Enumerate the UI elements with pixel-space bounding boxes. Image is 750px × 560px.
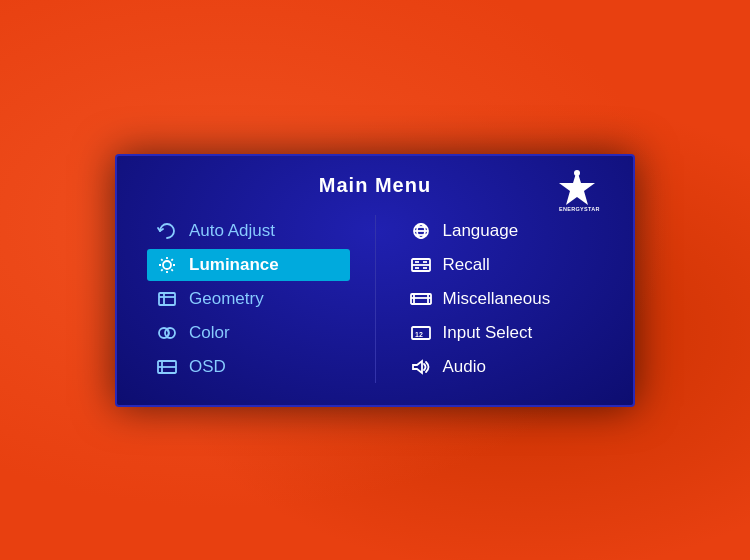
svg-rect-32: [414, 294, 428, 304]
misc-label: Miscellaneous: [443, 289, 551, 309]
menu-item-geometry[interactable]: Geometry: [147, 283, 350, 315]
energystar-badge: ENERGYSTAR: [551, 168, 603, 212]
menu-header: Main Menu ENERGYSTAR: [147, 174, 603, 197]
svg-text:12: 12: [415, 331, 423, 338]
menu-title: Main Menu: [319, 174, 431, 196]
svg-line-9: [171, 269, 172, 270]
energystar-logo: ENERGYSTAR: [551, 168, 603, 212]
menu-item-input-select[interactable]: 12 Input Select: [401, 317, 604, 349]
recall-label: Recall: [443, 255, 490, 275]
input-select-icon: 12: [409, 323, 433, 343]
language-icon: [409, 221, 433, 241]
svg-rect-12: [159, 293, 175, 305]
svg-text:ENERGYSTAR: ENERGYSTAR: [559, 206, 600, 212]
language-label: Language: [443, 221, 519, 241]
menu-item-audio[interactable]: Audio: [401, 351, 604, 383]
svg-line-11: [161, 269, 162, 270]
luminance-icon: [155, 255, 179, 275]
color-label: Color: [189, 323, 230, 343]
menu-columns: Auto Adjust L: [147, 215, 603, 383]
geometry-label: Geometry: [189, 289, 264, 309]
column-divider: [375, 215, 376, 383]
menu-item-recall[interactable]: Recall: [401, 249, 604, 281]
menu-item-luminance[interactable]: Luminance: [147, 249, 350, 281]
svg-point-1: [574, 170, 580, 176]
luminance-label: Luminance: [189, 255, 279, 275]
geometry-icon: [155, 289, 179, 309]
misc-icon: [409, 289, 433, 309]
osd-icon: [155, 357, 179, 377]
right-column: Language Recall: [401, 215, 604, 383]
osd-label: OSD: [189, 357, 226, 377]
svg-line-10: [171, 259, 172, 260]
svg-point-3: [163, 261, 171, 269]
svg-marker-36: [413, 361, 422, 373]
color-icon: [155, 323, 179, 343]
left-column: Auto Adjust L: [147, 215, 350, 383]
menu-item-auto-adjust[interactable]: Auto Adjust: [147, 215, 350, 247]
menu-item-color[interactable]: Color: [147, 317, 350, 349]
audio-label: Audio: [443, 357, 486, 377]
svg-line-8: [161, 259, 162, 260]
recall-icon: [409, 255, 433, 275]
menu-item-miscellaneous[interactable]: Miscellaneous: [401, 283, 604, 315]
menu-item-language[interactable]: Language: [401, 215, 604, 247]
monitor-osd-menu: Main Menu ENERGYSTAR: [115, 154, 635, 407]
menu-item-osd[interactable]: OSD: [147, 351, 350, 383]
auto-adjust-icon: [155, 221, 179, 241]
audio-icon: [409, 357, 433, 377]
input-select-label: Input Select: [443, 323, 533, 343]
auto-adjust-label: Auto Adjust: [189, 221, 275, 241]
